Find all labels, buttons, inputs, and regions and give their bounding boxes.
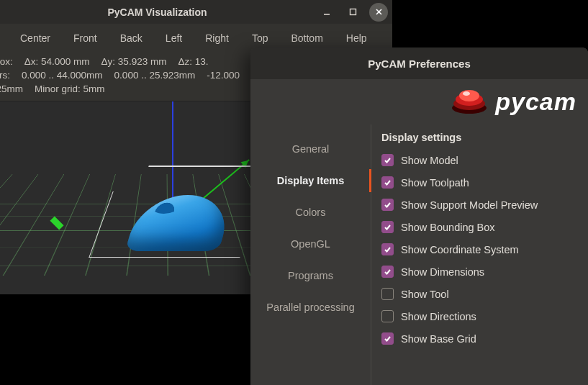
checkbox-label: Show Base Grid	[401, 333, 476, 345]
menu-left[interactable]: Left	[154, 27, 194, 50]
checkbox-show-dir[interactable]	[381, 310, 394, 322]
checkbox-show-support[interactable]	[381, 199, 394, 211]
info-segment: orners:	[0, 69, 10, 83]
nav-colors[interactable]: Colors	[250, 196, 371, 228]
info-segment: Δz: 13.	[178, 55, 208, 69]
check-row-show-coord: Show Coordinate System	[380, 238, 579, 261]
menu-back[interactable]: Back	[109, 27, 154, 50]
maximize-button[interactable]	[343, 3, 362, 22]
checkbox-label: Show Model	[401, 155, 458, 166]
checkbox-label: Show Directions	[401, 311, 476, 322]
checkbox-show-grid[interactable]	[381, 332, 394, 345]
nav-programs[interactable]: Programs	[250, 260, 371, 291]
checkbox-show-dim[interactable]	[381, 266, 394, 278]
preferences-window: PyCAM Preferences pycam GeneralDisplay I…	[250, 47, 588, 385]
nav-display-items[interactable]: Display Items	[250, 165, 371, 196]
checkbox-show-model[interactable]	[381, 154, 394, 166]
checkbox-label: Show Tool	[401, 289, 449, 300]
checkbox-label: Show Support Model Preview	[401, 199, 538, 211]
info-segment: Δx: 54.000 mm	[24, 55, 90, 69]
checkbox-label: Show Dimensions	[401, 266, 484, 278]
checkbox-label: Show Toolpath	[401, 177, 469, 189]
prefs-content: Display settings Show ModelShow Toolpath…	[371, 124, 588, 385]
viz-window-title: PyCAM Visualization	[4, 6, 310, 18]
info-segment: 0.000 .. 44.000mm	[22, 69, 103, 83]
check-row-show-model: Show Model	[380, 149, 579, 171]
prefs-logo-area: pycam	[250, 79, 588, 124]
check-row-show-toolpath: Show Toolpath	[380, 171, 579, 194]
checkbox-show-bbox[interactable]	[381, 221, 394, 233]
menu-front[interactable]: Front	[62, 27, 109, 50]
checkbox-label: Show Bounding Box	[401, 222, 495, 233]
nav-general[interactable]: General	[250, 133, 371, 165]
check-row-show-bbox: Show Bounding Box	[380, 216, 579, 238]
check-row-show-dir: Show Directions	[380, 305, 579, 327]
info-segment: Minor grid: 5mm	[35, 83, 105, 96]
menu-right[interactable]: Right	[194, 27, 240, 50]
check-row-show-dim: Show Dimensions	[380, 261, 579, 283]
menu-bottom[interactable]: Bottom	[279, 27, 334, 50]
checkbox-show-coord[interactable]	[381, 243, 394, 255]
nav-parallel[interactable]: Parallel processing	[250, 291, 371, 323]
info-segment: ng Box:	[0, 55, 13, 69]
pycam-logo: pycam	[446, 83, 581, 120]
info-segment: Δy: 35.923 mm	[101, 55, 167, 69]
check-row-show-tool: Show Tool	[380, 283, 579, 305]
prefs-nav: GeneralDisplay ItemsColorsOpenGLPrograms…	[250, 124, 371, 385]
info-segment: -12.000	[207, 69, 240, 83]
nav-opengl[interactable]: OpenGL	[250, 228, 371, 260]
section-heading: Display settings	[381, 132, 579, 143]
info-segment: 0.000 .. 25.923mm	[114, 69, 196, 83]
svg-rect-1	[350, 9, 356, 15]
menu-top[interactable]: Top	[240, 27, 280, 50]
close-button[interactable]	[369, 3, 388, 22]
checkbox-label: Show Coordinate System	[401, 244, 519, 255]
pycam-logo-icon	[451, 86, 488, 117]
menu-center[interactable]: Center	[9, 27, 62, 50]
pycam-logo-text: pycam	[495, 88, 576, 116]
checkbox-show-toolpath[interactable]	[381, 176, 394, 189]
minimize-button[interactable]	[317, 3, 336, 22]
prefs-window-title: PyCAM Preferences	[368, 58, 471, 70]
viz-titlebar: PyCAM Visualization	[0, 0, 392, 24]
menu-help[interactable]: Help	[335, 27, 379, 50]
check-row-show-grid: Show Base Grid	[380, 327, 579, 350]
check-row-show-support: Show Support Model Preview	[380, 194, 579, 216]
prefs-titlebar: PyCAM Preferences	[250, 47, 588, 79]
svg-point-8	[463, 91, 470, 96]
info-segment: rid: 25mm	[0, 83, 23, 96]
checkbox-show-tool[interactable]	[381, 288, 394, 300]
prefs-body: GeneralDisplay ItemsColorsOpenGLPrograms…	[250, 124, 588, 385]
svg-point-7	[459, 90, 479, 101]
